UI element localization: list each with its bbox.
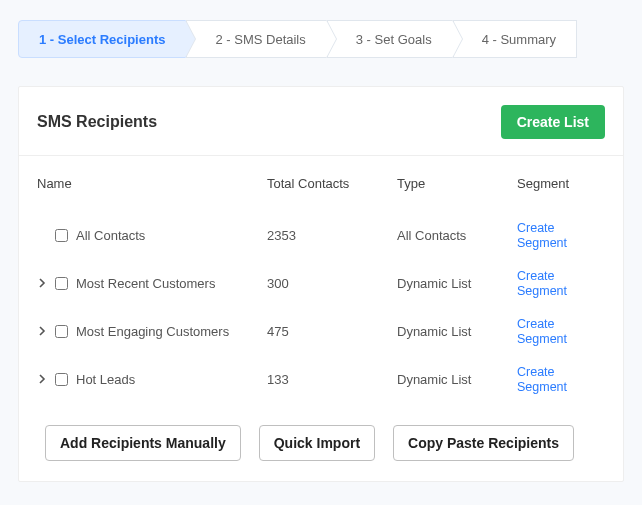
row-type: Dynamic List — [397, 372, 517, 387]
row-total: 475 — [267, 324, 397, 339]
col-name: Name — [37, 176, 267, 191]
create-list-button[interactable]: Create List — [501, 105, 605, 139]
create-segment-link[interactable]: Create Segment — [517, 317, 567, 346]
wizard-step-select-recipients[interactable]: 1 - Select Recipients — [18, 20, 186, 58]
row-checkbox[interactable] — [55, 373, 68, 386]
wizard-step-sms-details[interactable]: 2 - SMS Details — [186, 20, 326, 58]
add-recipients-manually-button[interactable]: Add Recipients Manually — [45, 425, 241, 461]
chevron-right-icon[interactable] — [37, 326, 47, 336]
row-checkbox[interactable] — [55, 277, 68, 290]
quick-import-button[interactable]: Quick Import — [259, 425, 375, 461]
wizard-step-label: 4 - Summary — [482, 32, 556, 47]
row-type: Dynamic List — [397, 276, 517, 291]
chevron-right-icon[interactable] — [37, 374, 47, 384]
panel-title: SMS Recipients — [37, 113, 157, 131]
table-header: Name Total Contacts Type Segment — [19, 155, 623, 211]
table-row: Most Recent Customers 300 Dynamic List C… — [19, 259, 623, 307]
create-segment-link[interactable]: Create Segment — [517, 221, 567, 250]
row-name: Most Engaging Customers — [76, 324, 229, 339]
wizard-step-label: 3 - Set Goals — [356, 32, 432, 47]
chevron-right-icon[interactable] — [37, 278, 47, 288]
row-checkbox[interactable] — [55, 229, 68, 242]
wizard-step-summary[interactable]: 4 - Summary — [453, 20, 577, 58]
wizard-step-set-goals[interactable]: 3 - Set Goals — [327, 20, 453, 58]
wizard-step-label: 2 - SMS Details — [215, 32, 305, 47]
row-checkbox[interactable] — [55, 325, 68, 338]
col-total: Total Contacts — [267, 176, 397, 191]
create-segment-link[interactable]: Create Segment — [517, 365, 567, 394]
wizard-step-label: 1 - Select Recipients — [39, 32, 165, 47]
row-total: 133 — [267, 372, 397, 387]
table-row: Most Engaging Customers 475 Dynamic List… — [19, 307, 623, 355]
table-row: Hot Leads 133 Dynamic List Create Segmen… — [19, 355, 623, 403]
row-type: Dynamic List — [397, 324, 517, 339]
row-total: 2353 — [267, 228, 397, 243]
wizard-steps: 1 - Select Recipients 2 - SMS Details 3 … — [18, 20, 624, 58]
col-type: Type — [397, 176, 517, 191]
footer-actions: Add Recipients Manually Quick Import Cop… — [19, 409, 623, 481]
copy-paste-recipients-button[interactable]: Copy Paste Recipients — [393, 425, 574, 461]
row-name: Most Recent Customers — [76, 276, 215, 291]
row-type: All Contacts — [397, 228, 517, 243]
row-total: 300 — [267, 276, 397, 291]
create-segment-link[interactable]: Create Segment — [517, 269, 567, 298]
col-segment: Segment — [517, 176, 605, 191]
table-row: All Contacts 2353 All Contacts Create Se… — [19, 211, 623, 259]
row-name: All Contacts — [76, 228, 145, 243]
panel-header: SMS Recipients Create List — [19, 87, 623, 155]
recipients-panel: SMS Recipients Create List Name Total Co… — [18, 86, 624, 482]
row-name: Hot Leads — [76, 372, 135, 387]
